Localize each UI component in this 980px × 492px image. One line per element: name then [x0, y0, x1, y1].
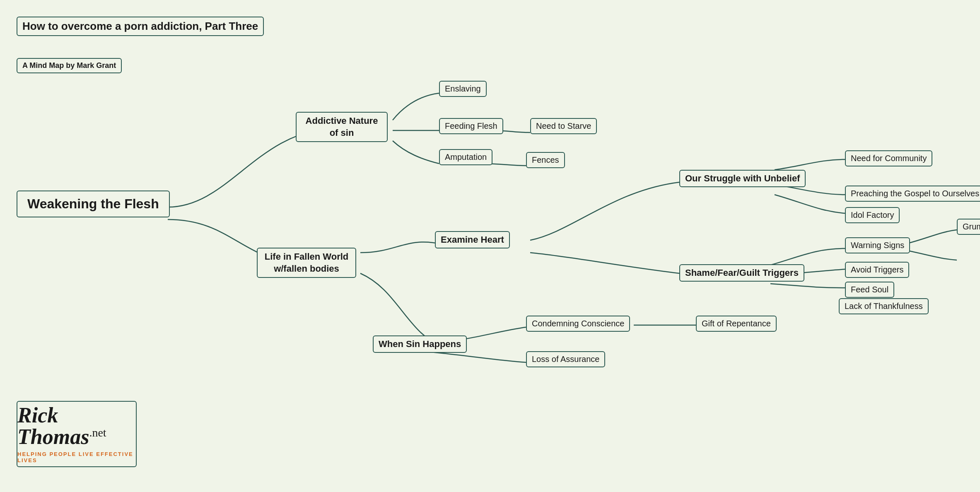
feeding-flesh-node: Feeding Flesh: [439, 118, 503, 134]
when-sin-happens-node: When Sin Happens: [373, 335, 467, 353]
examine-heart-node: Examine Heart: [435, 231, 510, 248]
condemning-conscience-node: Condemning Conscience: [526, 316, 630, 332]
logo-main: Rick Thomas.net: [17, 405, 136, 448]
preaching-gospel-node: Preaching the Gospel to Ourselves: [845, 186, 980, 202]
lack-thankfulness-node: Lack of Thankfulness: [839, 298, 929, 314]
root-node: Weakening the Flesh: [17, 191, 170, 217]
grumbling-node: Grumbling: [957, 219, 980, 235]
feed-soul-node: Feed Soul: [845, 282, 894, 298]
shame-guilt-node: Shame/Fear/Guilt Triggers: [679, 264, 804, 282]
logo-net: .net: [89, 426, 106, 439]
loss-assurance-node: Loss of Assurance: [526, 351, 605, 367]
our-struggle-node: Our Struggle with Unbelief: [679, 170, 806, 187]
avoid-triggers-node: Avoid Triggers: [845, 262, 909, 278]
enslaving-node: Enslaving: [439, 81, 487, 97]
idol-factory-node: Idol Factory: [845, 207, 900, 223]
need-to-starve-node: Need to Starve: [530, 118, 597, 134]
subtitle: A Mind Map by Mark Grant: [17, 58, 122, 73]
fences-node: Fences: [526, 152, 565, 168]
gift-repentance-node: Gift of Repentance: [696, 316, 777, 332]
logo-box: Rick Thomas.net Helping People Live Effe…: [17, 401, 137, 467]
life-fallen-world-node: Life in Fallen World w/fallen bodies: [257, 248, 356, 278]
warning-signs-node: Warning Signs: [845, 237, 910, 253]
amputation-node: Amputation: [439, 149, 492, 165]
main-title: How to overcome a porn addiction, Part T…: [17, 17, 264, 36]
need-community-node: Need for Community: [845, 150, 932, 166]
logo-tagline: Helping People Live Effective Lives: [17, 451, 136, 463]
addictive-nature-node: Addictive Nature of sin: [296, 112, 388, 142]
